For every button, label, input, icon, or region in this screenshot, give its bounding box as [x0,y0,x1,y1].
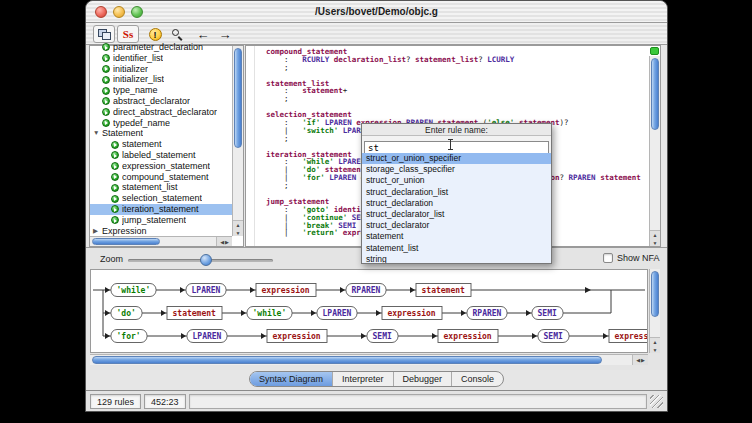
tree-item-initializer_list[interactable]: initializer_list [90,74,232,85]
tree-item-direct_abstract_declarator[interactable]: direct_abstract_declarator [90,107,232,118]
title-bar[interactable]: /Users/bovet/Demo/objc.g [86,1,667,23]
tree-horizontal-scrollbar[interactable]: ◀▶ [90,236,232,246]
rule-icon [102,97,110,105]
tree-vertical-scrollbar-thumb[interactable] [234,48,242,148]
tree-item-identifier_list[interactable]: identifier_list [90,53,232,64]
back-icon: ← [197,28,210,41]
diagram-node-label: expression [273,331,321,341]
find-button[interactable] [166,25,188,43]
editor-vertical-scrollbar[interactable]: ▲▼ [649,56,660,246]
rule-icon [111,173,119,181]
tree-item-jump_statement[interactable]: jump_statement [90,215,232,226]
diagram-node-label: expression [444,331,492,341]
tree-item-labeled_statement[interactable]: labeled_statement [90,150,232,161]
resize-grip[interactable] [650,395,663,408]
diagram-node-label: SEMI [544,332,563,341]
tab-debugger[interactable]: Debugger [394,372,453,386]
diagram-scroll-arrows[interactable]: ▲▼ [650,337,660,353]
rule-icon [102,119,110,127]
tree-scroll-arrows[interactable]: ▲▼ [233,220,243,236]
diagram-vertical-scrollbar[interactable]: ▲▼ [649,269,660,353]
zoom-slider-knob[interactable] [200,254,212,266]
diagram-node-label: expression [262,285,310,295]
ideas-button[interactable]: ! [144,25,166,43]
tree-item-abstract_declarator[interactable]: abstract_declarator [90,96,232,107]
close-button[interactable] [95,6,107,18]
find-icon [171,28,184,41]
rule-icon [111,195,119,203]
railroad-svg: 'while'LPARENexpressionRPARENstatement'd… [91,270,647,352]
diagram-node-label: statement [422,286,466,295]
completion-item[interactable]: struct_or_union_specifier [362,153,551,164]
rule-icon [111,141,119,149]
diagram-node-label: LPAREN [193,332,222,341]
tree-item-statement_list[interactable]: statement_list [90,182,232,193]
completion-item[interactable]: statement [362,231,551,242]
rule-icon [102,54,110,62]
tree-vertical-scrollbar[interactable]: ▲▼ [232,46,243,236]
completion-item[interactable]: storage_class_specifier [362,164,551,175]
completion-item[interactable]: struct_declarator_list [362,209,551,220]
tree-item-selection_statement[interactable]: selection_statement [90,193,232,204]
show-nfa-checkbox[interactable] [603,253,613,263]
diagram-horizontal-scrollbar[interactable]: ◀▶ [90,354,648,365]
syntax-diagram-view: 'while'LPARENexpressionRPARENstatement'd… [90,269,648,353]
status-message-area [189,394,647,409]
grammar-health-indicator [650,47,659,55]
completion-item[interactable]: struct_declaration_list [362,187,551,198]
diagram-node-label: SEMI [538,309,557,318]
completion-item[interactable]: struct_or_union [362,175,551,186]
completion-item[interactable]: struct_declaration [362,198,551,209]
tree-item-iteration_statement[interactable]: iteration_statement [90,204,232,215]
tab-console[interactable]: Console [452,372,503,386]
diagram-hscroll-arrows[interactable]: ◀▶ [632,355,648,365]
console-button[interactable] [93,25,115,43]
completion-item[interactable]: statement_list [362,243,551,254]
syntax-coloring-button[interactable]: Ss [117,25,139,43]
diagram-horizontal-scrollbar-thumb[interactable] [92,356,602,364]
rule-name-popup: Enter rule name: struct_or_union_specifi… [361,123,552,264]
diagram-node-label: 'do' [117,309,136,318]
tree-item-parameter_declaration[interactable]: parameter_declaration [90,42,232,53]
window-title: /Users/bovet/Demo/objc.g [86,1,667,22]
tree-item-type_name[interactable]: type_name [90,85,232,96]
bottom-tabs: Syntax DiagramInterpreterDebuggerConsole [249,371,504,387]
diagram-vertical-scrollbar-thumb[interactable] [651,271,659,317]
rule-icon [102,43,110,51]
back-button[interactable]: ← [192,25,214,43]
diagram-node-label: SEMI [373,332,392,341]
diagram-node-label: RPAREN [352,286,381,295]
editor-vertical-scrollbar-thumb[interactable] [651,58,659,130]
diagram-node-label: 'while' [253,308,287,318]
tree-item-initializer[interactable]: initializer [90,64,232,75]
zoom-slider[interactable] [128,259,273,262]
tree-hscroll-arrows[interactable]: ◀▶ [216,237,232,246]
diagram-node-label: 'for' [117,332,141,341]
zoom-button[interactable] [131,6,143,18]
tab-syntax-diagram[interactable]: Syntax Diagram [250,372,333,386]
minimize-button[interactable] [113,6,125,18]
diagram-node-label: LPAREN [323,309,352,318]
tree-item-Expression[interactable]: ▶Expression [90,226,232,236]
completion-item[interactable]: struct_declarator [362,220,551,231]
popup-title: Enter rule name: [362,124,551,136]
rule-tree: parameter_declarationidentifier_listinit… [90,42,232,236]
diagram-node-label: expression [388,308,436,318]
tree-item-typedef_name[interactable]: typedef_name [90,118,232,129]
editor-scroll-arrows[interactable]: ▲▼ [650,230,660,246]
tree-item-Statement[interactable]: ▼Statement [90,128,232,139]
completion-item[interactable]: string [362,254,551,263]
rule-tree-panel: parameter_declarationidentifier_listinit… [89,45,244,247]
rule-icon [111,151,119,159]
tab-interpreter[interactable]: Interpreter [333,372,394,386]
tree-item-expression_statement[interactable]: expression_statement [90,161,232,172]
tree-horizontal-scrollbar-thumb[interactable] [92,238,160,245]
tree-item-statement[interactable]: statement [90,139,232,150]
triangle-collapsed-icon[interactable]: ▶ [93,226,102,236]
tree-item-compound_statement[interactable]: compound_statement [90,172,232,183]
rule-icon [111,216,119,224]
console-icon [98,29,111,40]
triangle-expanded-icon[interactable]: ▼ [93,128,102,139]
ibeam-cursor [450,139,451,150]
forward-button[interactable]: → [214,25,236,43]
